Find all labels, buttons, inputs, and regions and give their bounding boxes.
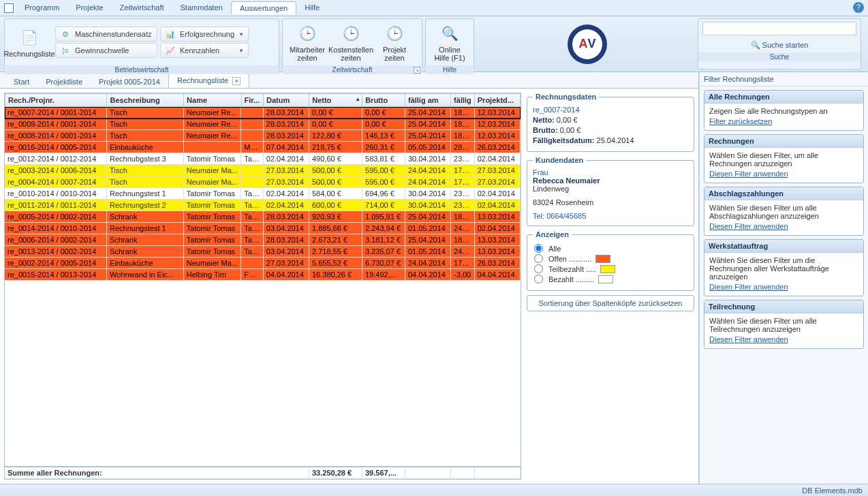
filter-card: AbschlagszahlungenWählen Sie diesen Filt… (704, 187, 864, 236)
reset-sort-button[interactable]: Sortierung über Spaltenköpfe zurücksetze… (527, 295, 694, 311)
table-row[interactable]: re_0014-2014 / 0010-2014Rechnungstest 1T… (5, 223, 521, 234)
online-help-button[interactable]: 🔍 Online Hilfe (F1) (429, 20, 471, 64)
footer-label: Summe aller Rechnungen: (5, 467, 309, 479)
filter-desc: Wählen Sie diesen Filter, um alle Rechnu… (709, 151, 858, 168)
invoice-grid: Rech./Projnr.BeschreibungNameFir...Datum… (4, 93, 521, 480)
ribbon-group-label: Hilfe (426, 65, 474, 74)
kennzahlen-button[interactable]: 📈Kennzahlen▼ (160, 43, 249, 58)
menu-stammdaten[interactable]: Stammdaten (172, 1, 231, 14)
radio-input[interactable] (534, 254, 543, 263)
table-row[interactable]: re_0005-2014 / 0002-2014SchrankTatomir T… (5, 211, 521, 223)
ribbon-group-label: Zeitwirtschaft↘ (283, 65, 422, 74)
table-row[interactable]: re_0004-2014 / 0007-2014TischNeumaier Ma… (5, 176, 521, 188)
maschinenstundensatz-button[interactable]: ⚙Maschinenstundensatz (55, 27, 157, 42)
customer-phone[interactable]: Tel: 0664/45685 (533, 212, 586, 220)
filter-title: Alle Rechnungen (704, 91, 863, 104)
table-row[interactable]: re_0010-2014 / 0010-2014Rechnungstest 1T… (5, 188, 521, 200)
tab-projekt-0005-2014[interactable]: Projekt 0005-2014 (91, 76, 168, 88)
column-header[interactable]: Beschreibung (107, 94, 184, 107)
ribbon: 📄 Rechnungsliste ⚙Maschinenstundensatz 📊… (0, 16, 868, 72)
display-panel: Anzeigen AlleOffen ...........Teilbezahl… (527, 230, 694, 291)
search-input[interactable] (702, 22, 856, 35)
tab-rechnungsliste[interactable]: Rechnungsliste× (168, 74, 249, 88)
filter-card: Alle RechnungenZeigen Sie alle Rechnungs… (704, 90, 864, 131)
chevron-down-icon: ▼ (238, 48, 244, 54)
column-header[interactable]: Projektd... (474, 94, 520, 107)
display-option[interactable]: Offen ........... (533, 254, 688, 263)
table-row[interactable]: re_0008-2014 / 0001-2014TischNeumaier Re… (5, 130, 521, 142)
filter-link[interactable]: Diesen Filter anwenden (709, 222, 788, 230)
gear-icon: ⚙ (60, 29, 71, 40)
table-row[interactable]: re_0016-2014 / 0005-2014EinbaukücheMS ..… (5, 142, 521, 153)
filter-card: WerkstattauftragWählen Sie diesen Filter… (704, 239, 864, 296)
column-header[interactable]: Rech./Projnr. (5, 94, 107, 107)
rechnungsliste-button[interactable]: 📄 Rechnungsliste (7, 20, 51, 64)
erfolgsrechnung-button[interactable]: 📊Erfolgsrechnung▼ (160, 27, 249, 42)
radio-input[interactable] (534, 275, 543, 283)
menu-programm[interactable]: Programm (16, 1, 67, 14)
invoice-id: re_0007-2014 (533, 105, 688, 115)
radio-input[interactable] (534, 264, 543, 273)
column-header[interactable]: Datum (264, 94, 309, 107)
invoice-data-panel: Rechnungsdaten re_0007-2014 Netto: 0,00 … (527, 93, 694, 152)
column-header[interactable]: Name (184, 94, 241, 107)
dialog-launcher-icon[interactable]: ↘ (414, 67, 420, 74)
menu-projekte[interactable]: Projekte (67, 1, 111, 14)
display-option[interactable]: Alle (533, 244, 688, 253)
filter-header: Filter Rechnungsliste (700, 72, 868, 87)
tab-projektliste[interactable]: Projektliste (37, 76, 91, 88)
close-icon[interactable]: × (232, 77, 241, 85)
table-row[interactable]: re_0006-2014 / 0002-2014SchrankTatomir T… (5, 234, 521, 246)
table-row[interactable]: re_0015-2014 / 0013-2014Wohnwand in Eic.… (5, 269, 521, 281)
table-row[interactable]: re_0002-2014 / 0005-2014EinbaukücheNeuma… (5, 258, 521, 269)
menu-hilfe[interactable]: Hilfe (296, 1, 328, 14)
list-icon: 📄 (18, 27, 40, 48)
radio-input[interactable] (534, 244, 543, 253)
menu-zeitwirtschaft[interactable]: Zeitwirtschaft (112, 1, 172, 14)
zeit-button[interactable]: 🕒Mitarbeiterzeiten (285, 20, 329, 64)
color-swatch (595, 255, 610, 263)
table-row[interactable]: re_0011-2014 / 0011-2014Rechnungstest 2T… (5, 200, 521, 211)
menu-auswertungen[interactable]: Auswertungen (231, 1, 296, 14)
column-header[interactable]: Brutto (362, 94, 405, 107)
search-button[interactable]: 🔍 Suche starten (698, 38, 861, 52)
customer-panel: Kundendaten Frau Rebecca Neumaier Linden… (527, 156, 694, 226)
column-header[interactable]: Fir... (241, 94, 263, 107)
ribbon-group-label: Betriebswirtschaft (5, 65, 279, 74)
zeit-button[interactable]: 🕒Kostenstellenzeiten (329, 20, 373, 64)
ribbon-group-zeit: 🕒Mitarbeiterzeiten🕒Kostenstellenzeiten🕒P… (282, 18, 422, 69)
gewinnschwelle-button[interactable]: ¦≡Gewinnschwelle (55, 43, 157, 58)
display-option[interactable]: Bezahlt ......... (533, 275, 688, 283)
filter-link[interactable]: Filter zurücksetzen (709, 117, 772, 125)
filter-desc: Wählen Sie diesen Filter um alle Abschla… (709, 204, 858, 220)
filter-link[interactable]: Diesen Filter anwenden (709, 170, 788, 178)
color-swatch (600, 265, 615, 273)
menubar: ProgrammProjekteZeitwirtschaftStammdaten… (0, 0, 868, 16)
table-row[interactable]: re_0007-2014 / 0001-2014TischNeumaier Re… (5, 107, 521, 119)
zeit-button[interactable]: 🕒Projektzeiten (373, 20, 416, 64)
filter-card: RechnungenWählen Sie diesen Filter, um a… (704, 134, 864, 183)
help-icon[interactable]: ? (853, 2, 864, 13)
document-tabs: StartProjektlisteProjekt 0005-2014Rechnu… (0, 72, 698, 89)
clock-icon: 🕒 (384, 22, 405, 44)
filter-title: Werkstattauftrag (704, 240, 863, 253)
table-row[interactable]: re_0012-2014 / 0012-2014Rechnubgstest 3T… (5, 153, 521, 165)
kpi-icon: 📈 (165, 45, 176, 56)
table-row[interactable]: re_0013-2014 / 0002-2014SchrankTatomir T… (5, 246, 521, 258)
filter-desc: Wählen Sie diesen Filter um die Rechnung… (709, 256, 858, 281)
filter-link[interactable]: Diesen Filter anwenden (709, 283, 788, 291)
table-row[interactable]: re_0009-2014 / 0001-2014TischNeumaier Re… (5, 119, 521, 130)
clock-icon: 🕒 (296, 22, 318, 44)
filter-title: Rechnungen (704, 135, 863, 148)
table-row[interactable]: re_0003-2014 / 0006-2014TischNeumaier Ma… (5, 165, 521, 176)
column-header[interactable]: fällig am (405, 94, 450, 107)
column-header[interactable]: fällig (451, 94, 475, 107)
status-text: DB Elements.mdb (802, 486, 863, 495)
column-header[interactable]: Netto▲ (309, 94, 362, 107)
clock-icon: 🕒 (340, 22, 362, 44)
filter-desc: Wählen Sie diesen Filter um alle Teilrec… (709, 317, 858, 333)
filter-link[interactable]: Diesen Filter anwenden (709, 335, 788, 343)
display-option[interactable]: Teilbezahlt ..... (533, 264, 688, 273)
tab-start[interactable]: Start (5, 76, 37, 88)
status-bar: DB Elements.mdb (0, 484, 868, 496)
